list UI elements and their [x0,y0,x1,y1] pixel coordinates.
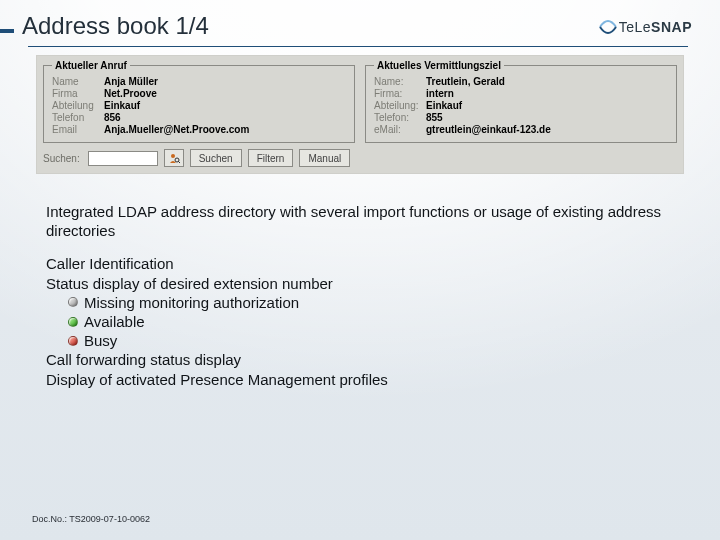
field-label: Telefon: [374,112,426,123]
bullet-line: Caller Identification [46,254,674,273]
bullet-line: Status display of desired extension numb… [46,274,674,293]
field-label: Name: [374,76,426,87]
slide-body: Integrated LDAP address directory with s… [46,202,674,389]
field-value: Einkauf [426,100,462,111]
field-label: Name [52,76,104,87]
brand-logo: TeLeSNAP [599,18,692,36]
title-accent-bar [0,29,14,33]
person-search-icon [168,152,180,164]
status-led-green-icon [68,317,78,327]
bullet-line: Display of activated Presence Management… [46,370,674,389]
transfer-target-legend: Aktuelles Vermittlungsziel [374,60,504,71]
doc-number: Doc.No.: TS2009-07-10-0062 [32,514,150,524]
slide-header: Address book 1/4 TeLeSNAP [0,0,720,40]
current-call-legend: Aktueller Anruf [52,60,130,71]
bullet-line: Call forwarding status display [46,350,674,369]
field-label: Abteilung [52,100,104,111]
search-icon-button[interactable] [164,149,184,167]
search-button[interactable]: Suchen [190,149,242,167]
status-led-red-icon [68,336,78,346]
svg-point-0 [171,154,175,158]
filter-button[interactable]: Filtern [248,149,294,167]
address-book-panel: Aktueller Anruf NameAnja Müller FirmaNet… [36,55,684,174]
status-text: Missing monitoring authorization [84,293,299,312]
field-value: intern [426,88,454,99]
field-label: Email [52,124,104,135]
field-value: gtreutlein@einkauf-123.de [426,124,551,135]
field-value: 855 [426,112,443,123]
svg-line-2 [178,161,180,163]
logo-text: TeLeSNAP [619,19,692,35]
status-text: Busy [84,331,117,350]
field-label: Firma: [374,88,426,99]
intro-paragraph: Integrated LDAP address directory with s… [46,202,674,240]
page-title: Address book 1/4 [22,12,599,40]
search-input[interactable] [88,151,158,166]
field-label: Abteilung: [374,100,426,111]
status-item: Busy [68,331,674,350]
logo-swoosh-icon [599,18,617,36]
title-rule [28,46,688,47]
logo-text-bold: SNAP [651,19,692,35]
status-item: Available [68,312,674,331]
field-label: Telefon [52,112,104,123]
field-value: Net.Proove [104,88,157,99]
field-label: eMail: [374,124,426,135]
logo-text-light: TeLe [619,19,651,35]
status-led-grey-icon [68,297,78,307]
field-label: Firma [52,88,104,99]
field-value: Einkauf [104,100,140,111]
manual-button[interactable]: Manual [299,149,350,167]
current-call-group: Aktueller Anruf NameAnja Müller FirmaNet… [43,60,355,143]
search-label: Suchen: [43,153,80,164]
field-value: Anja.Mueller@Net.Proove.com [104,124,249,135]
transfer-target-group: Aktuelles Vermittlungsziel Name:Treutlei… [365,60,677,143]
field-value: 856 [104,112,121,123]
search-row: Suchen: Suchen Filtern Manual [43,149,677,167]
status-text: Available [84,312,145,331]
field-value: Treutlein, Gerald [426,76,505,87]
field-value: Anja Müller [104,76,158,87]
status-item: Missing monitoring authorization [68,293,674,312]
